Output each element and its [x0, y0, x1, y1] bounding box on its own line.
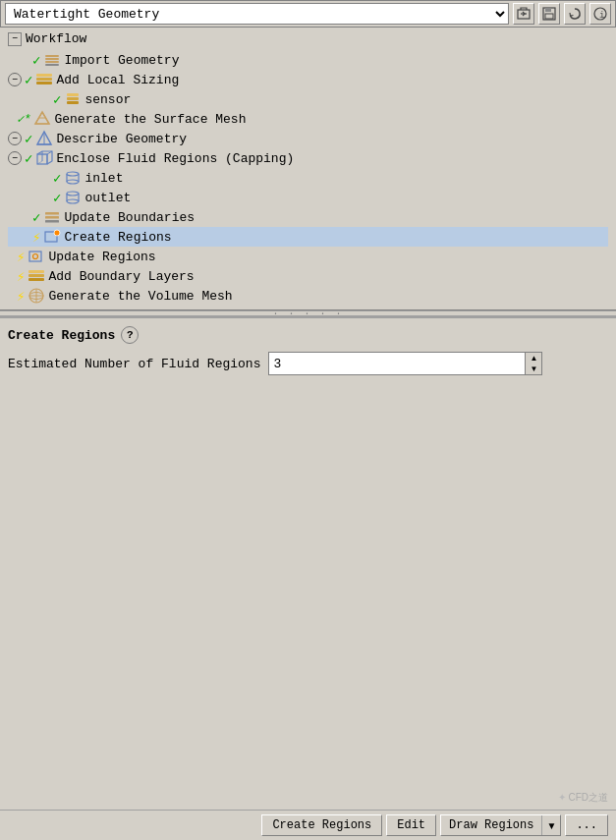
draw-regions-split-button[interactable]: Draw Regions ▼ — [440, 814, 561, 836]
bolt-icon: ⚡ — [17, 268, 25, 285]
mesh-icon — [33, 110, 51, 128]
svg-rect-11 — [36, 74, 52, 77]
svg-rect-14 — [67, 93, 79, 96]
svg-rect-47 — [28, 274, 44, 277]
box-icon — [35, 149, 53, 167]
tree-item-import-geometry[interactable]: ✓ Import Geometry — [8, 50, 608, 70]
cylinder-icon — [64, 189, 82, 206]
spinner-buttons: ▲ ▼ — [525, 353, 541, 374]
expand-icon[interactable]: − — [8, 132, 22, 145]
svg-rect-4 — [545, 14, 553, 19]
svg-rect-13 — [36, 82, 52, 84]
check-icon: ✓ — [25, 72, 32, 88]
tree-item-label: Enclose Fluid Regions (Capping) — [56, 151, 294, 166]
svg-point-34 — [67, 180, 79, 184]
tree-item-label: outlet — [84, 191, 131, 205]
tree-item-label: Describe Geometry — [56, 132, 187, 146]
tree-item-add-local-sizing[interactable]: − ✓ Add Local Sizing — [8, 70, 608, 89]
tree-item-generate-volume-mesh[interactable]: ⚡ Generate the Volume Mesh — [8, 286, 608, 306]
form-title-text: Create Regions — [8, 328, 115, 343]
svg-rect-46 — [28, 270, 44, 273]
load-button[interactable] — [513, 3, 534, 25]
tree-item-sensor[interactable]: ✓ sensor — [8, 89, 608, 109]
tree-item-label: Add Boundary Layers — [48, 269, 194, 284]
geometry-dropdown[interactable]: Watertight Geometry — [5, 3, 509, 25]
watermark: ✦ CFD之道 — [558, 791, 608, 805]
workflow-collapse[interactable]: − — [8, 32, 22, 46]
svg-rect-44 — [29, 252, 41, 261]
tree-item-label: Update Boundaries — [64, 210, 195, 225]
tree-item-update-regions[interactable]: ⚡ Update Regions — [8, 247, 608, 266]
workflow-title: − Workflow — [8, 31, 608, 46]
top-bar: Watertight Geometry i — [0, 0, 616, 28]
partial-check-icon: ✓* — [17, 112, 30, 127]
refresh-button[interactable] — [564, 3, 586, 25]
check-icon: ✓ — [53, 190, 61, 206]
svg-rect-15 — [67, 97, 79, 100]
tree-item-update-boundaries[interactable]: ✓ Update Boundaries — [8, 207, 608, 227]
create-regions-button[interactable]: Create Regions — [261, 814, 382, 836]
svg-point-38 — [67, 199, 79, 203]
svg-rect-8 — [45, 58, 59, 60]
expand-icon[interactable]: − — [8, 151, 22, 165]
triangle-icon — [35, 130, 53, 147]
svg-rect-9 — [45, 61, 59, 63]
svg-rect-3 — [545, 8, 551, 12]
spinner-up-button[interactable]: ▲ — [526, 353, 541, 364]
tree-item-add-boundary-layers[interactable]: ⚡ Add Boundary Layers — [8, 266, 608, 286]
tree-item-outlet[interactable]: ✓ outlet — [8, 188, 608, 207]
spinner-down-button[interactable]: ▼ — [526, 364, 541, 374]
tree-item-describe-geometry[interactable]: − ✓ Describe Geometry — [8, 129, 608, 148]
form-title: Create Regions ? — [8, 326, 608, 344]
help-button[interactable]: ? — [121, 326, 139, 344]
svg-rect-39 — [45, 212, 59, 215]
check-icon: ✓ — [32, 52, 40, 69]
workflow-panel: − Workflow ✓ Import Geometry − ✓ Add Loc… — [0, 28, 616, 310]
tree-item-label: Add Local Sizing — [56, 73, 179, 87]
check-icon: ✓ — [25, 131, 32, 147]
svg-rect-7 — [45, 55, 59, 57]
bolt-icon: ⚡ — [17, 288, 25, 305]
fluid-regions-input-group: ▲ ▼ — [268, 352, 542, 375]
tree-item-inlet[interactable]: ✓ inlet — [8, 168, 608, 188]
save-button[interactable] — [538, 3, 560, 25]
tree-item-label: Import Geometry — [64, 53, 179, 68]
bolt-icon: ⚡ — [17, 249, 25, 265]
svg-rect-40 — [45, 216, 59, 219]
layers-icon — [35, 71, 53, 88]
layers-icon — [43, 208, 61, 226]
svg-rect-41 — [45, 220, 59, 223]
svg-point-45 — [33, 254, 38, 259]
bolt-icon: ⚡ — [32, 229, 40, 246]
tree-item-label: sensor — [84, 92, 131, 107]
tree-item-label: Update Regions — [48, 250, 155, 264]
tree-item-enclose-fluid-regions[interactable]: − ✓ Enclose Fluid Regions (Capping) — [8, 148, 608, 168]
svg-rect-48 — [28, 278, 44, 281]
expand-icon[interactable]: − — [8, 73, 22, 86]
edit-button[interactable]: Edit — [386, 814, 436, 836]
svg-point-35 — [67, 192, 79, 196]
fluid-regions-row: Estimated Number of Fluid Regions ▲ ▼ — [8, 352, 608, 375]
box-dot-icon — [43, 228, 61, 246]
draw-regions-dropdown[interactable]: ▼ — [541, 815, 560, 835]
tree-item-generate-surface-mesh[interactable]: ✓* Generate Watertight Geometrythe Surfa… — [8, 109, 608, 129]
sphere-mesh-icon — [28, 287, 45, 305]
svg-rect-16 — [67, 101, 79, 104]
check-icon: ✓ — [53, 170, 61, 187]
svg-text:i: i — [599, 11, 604, 21]
layers-icon — [43, 51, 61, 69]
check-icon: ✓ — [32, 209, 40, 226]
svg-rect-10 — [45, 64, 59, 66]
info-button[interactable]: i — [589, 3, 611, 25]
bottom-toolbar: Create Regions Edit Draw Regions ▼ ... — [0, 810, 616, 840]
check-icon: ✓ — [53, 91, 61, 108]
tree-item-label: Generate the Volume Mesh — [48, 289, 232, 304]
fluid-regions-input[interactable] — [269, 353, 525, 374]
svg-point-43 — [54, 230, 60, 236]
tree-item-label: Generate Watertight Geometrythe Surface … — [54, 112, 246, 127]
more-button[interactable]: ... — [565, 814, 608, 836]
fluid-regions-label: Estimated Number of Fluid Regions — [8, 357, 260, 371]
box-circle-icon — [28, 248, 45, 265]
tree-item-create-regions[interactable]: ⚡ Create Regions — [8, 227, 608, 247]
draw-regions-button[interactable]: Draw Regions — [441, 815, 541, 835]
